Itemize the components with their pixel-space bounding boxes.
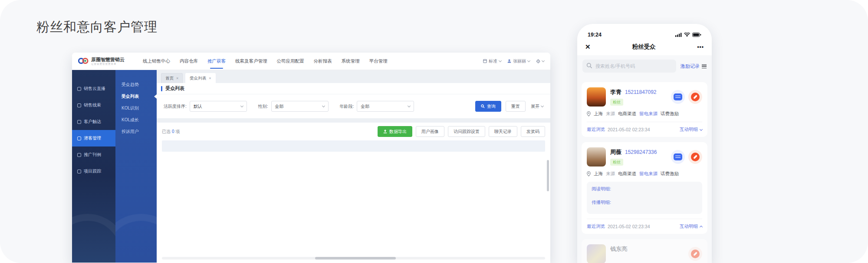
topnav-item-1[interactable]: 内容仓库	[180, 53, 198, 70]
tab-audience-close-icon[interactable]: ×	[209, 76, 211, 80]
mobile-page-title: 粉丝受众	[591, 43, 697, 51]
subsidebar-item-2[interactable]: KOL识别	[115, 102, 157, 114]
subsidebar-item-4[interactable]: 投诉用户	[115, 126, 157, 137]
secondary-sidebar: 受众趋势受众列表KOL识别KOL成长投诉用户	[115, 70, 157, 263]
recent-view-time: 2021-05-02 02:23:34	[608, 224, 650, 229]
topnav-item-7[interactable]: 平台管理	[369, 53, 388, 70]
topnav-item-6[interactable]: 系统管理	[342, 53, 360, 70]
subsidebar-item-3[interactable]: KOL成长	[115, 114, 157, 126]
avatar	[587, 244, 606, 263]
horizontal-scrollbar[interactable]	[162, 257, 545, 260]
sidebar-item-2[interactable]: 客户触达	[72, 113, 115, 130]
brand-rings-icon	[78, 57, 89, 64]
vertical-scrollbar[interactable]	[547, 160, 549, 191]
sidebar-item-label: 销售线索	[84, 102, 101, 108]
search-button[interactable]: 查询	[475, 101, 501, 112]
settings-menu[interactable]	[536, 59, 544, 63]
call-button[interactable]	[688, 90, 702, 104]
phone-icon	[691, 153, 700, 161]
call-button[interactable]	[688, 150, 702, 164]
expand-toggle[interactable]: 展开	[531, 103, 543, 110]
sidebar-item-3[interactable]: 潜客管理	[72, 130, 115, 146]
fan-city: 上海	[594, 171, 603, 177]
export-label: 数据导出	[389, 129, 407, 135]
tab-home[interactable]: 首页 ×	[161, 73, 183, 83]
tab-home-close-icon[interactable]: ×	[176, 76, 178, 80]
toolbar-action-2[interactable]: 聊天记录	[489, 126, 517, 137]
more-icon[interactable]: •••	[697, 44, 704, 50]
section-title-bar	[161, 86, 162, 91]
fan-city: 上海	[594, 111, 603, 117]
filter-age-select[interactable]: 全部	[357, 101, 414, 112]
gear-icon	[536, 59, 540, 63]
toolbar-action-1[interactable]: 访问跟踪设置	[448, 126, 485, 137]
phone-icon	[691, 250, 700, 258]
mobile-search-row: 激励记录	[577, 55, 712, 74]
chat-button[interactable]	[671, 90, 685, 104]
sidebar-item-label: 推广刊例	[84, 152, 101, 158]
chat-icon	[674, 153, 682, 160]
chevron-down-icon	[408, 104, 411, 107]
mode-switch[interactable]: 标准	[483, 58, 501, 64]
user-menu[interactable]: 张丽丽	[507, 58, 530, 64]
location-pin-icon	[587, 171, 591, 176]
incentive-records-label: 激励记录	[681, 63, 700, 70]
top-nav-menu: 线上销售中心内容仓库推广获客线索及客户管理公司应用配置分析报表系统管理平台管理	[143, 53, 388, 70]
search-icon	[586, 63, 592, 70]
source-value: 电商渠道	[618, 111, 636, 117]
sidebar-item-1[interactable]: 销售线索	[72, 97, 115, 113]
recent-view-time: 2021-05-02 02:23:34	[608, 127, 650, 132]
fan-tag: 粉丝	[610, 159, 623, 166]
table-toolbar: 已选0项 数据导出 用户画像访问跟踪设置聊天记录发奖码	[162, 123, 545, 140]
export-data-button[interactable]: 数据导出	[378, 126, 412, 137]
filter-age-value: 全部	[361, 103, 369, 110]
filter-sort-select[interactable]: 默认	[190, 101, 247, 112]
tab-audience-list[interactable]: 受众列表 ×	[185, 73, 215, 83]
sidebar-item-label: 潜客管理	[84, 135, 101, 141]
lead-source-label: 留电来源	[639, 171, 658, 177]
subsidebar-item-1[interactable]: 受众列表	[115, 90, 157, 102]
prospect-icon	[77, 136, 81, 140]
call-button[interactable]	[688, 247, 702, 261]
incentive-records-link[interactable]: 激励记录	[681, 63, 707, 70]
expand-label: 展开	[531, 103, 539, 110]
signal-icon	[675, 33, 682, 37]
sidebar-item-0[interactable]: 销售云直播	[72, 80, 115, 97]
interaction-detail-toggle[interactable]: 互动明细	[680, 223, 702, 230]
chevron-down-icon	[700, 127, 703, 130]
topnav-item-0[interactable]: 线上销售中心	[143, 53, 170, 70]
topnav-item-2[interactable]: 推广获客	[207, 53, 226, 70]
fan-card[interactable]: 李青 15211847092 粉丝 上海 来源 电商渠道 留电来源 话费激励 最…	[582, 82, 707, 137]
mobile-navbar: ✕ 粉丝受众 •••	[577, 38, 712, 55]
search-input[interactable]	[582, 60, 676, 73]
toolbar-action-3[interactable]: 发奖码	[521, 126, 545, 137]
filter-sort-label: 活跃度排序:	[164, 103, 187, 110]
reset-button[interactable]: 重置	[506, 101, 526, 112]
fan-card-partial[interactable]: 钱东亮	[582, 239, 707, 263]
source-label: 来源	[606, 171, 615, 177]
fan-card-expanded[interactable]: 周薇 15298247336 粉丝 上海 来源 电商渠道 留电来源 话费激励 阅…	[582, 142, 707, 234]
fan-phone[interactable]: 15298247336	[625, 149, 657, 155]
phone-icon	[691, 93, 700, 101]
topnav-item-5[interactable]: 分析报表	[314, 53, 332, 70]
filter-gender-select[interactable]: 全部	[271, 101, 329, 112]
sidebar-item-5[interactable]: 项目跟踪	[72, 163, 115, 180]
recent-view-label: 最近浏览	[587, 223, 605, 230]
chat-button[interactable]	[671, 150, 685, 164]
chat-icon	[674, 93, 682, 100]
sidebar-item-label: 销售云直播	[84, 86, 105, 92]
fan-phone[interactable]: 15211847092	[625, 89, 657, 95]
filter-panel: 受众列表 活跃度排序: 默认 性别: 全部 年龄段: 全部	[157, 83, 550, 118]
topnav-item-4[interactable]: 公司应用配置	[277, 53, 304, 70]
subsidebar-item-0[interactable]: 受众趋势	[115, 79, 157, 90]
toolbar-action-0[interactable]: 用户画像	[416, 126, 444, 137]
interaction-detail-toggle[interactable]: 互动明细	[680, 127, 702, 133]
fan-tag: 粉丝	[610, 99, 623, 106]
topnav-item-3[interactable]: 线索及客户管理	[235, 53, 267, 70]
brand-logo[interactable]: 原圈智慧营销云 让营销更智慧更简单	[78, 57, 125, 65]
sidebar-item-4[interactable]: 推广刊例	[72, 146, 115, 163]
list-icon	[702, 64, 707, 68]
tab-home-label: 首页	[165, 76, 174, 81]
selected-count: 已选0项	[162, 129, 180, 135]
close-icon[interactable]: ✕	[585, 43, 591, 51]
